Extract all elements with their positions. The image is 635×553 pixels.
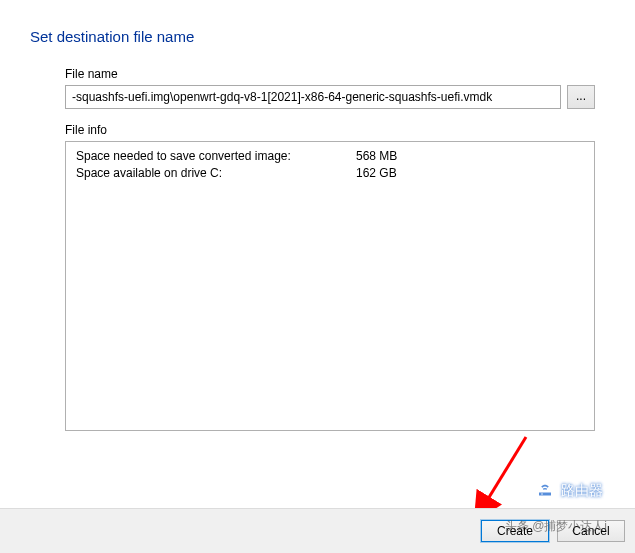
svg-line-0 — [480, 437, 526, 512]
watermark-brand: 路由器 — [533, 479, 603, 503]
router-icon — [533, 479, 557, 503]
space-needed-label: Space needed to save converted image: — [76, 148, 356, 165]
file-info-label: File info — [65, 123, 595, 137]
space-available-value: 162 GB — [356, 165, 397, 182]
cancel-button[interactable]: Cancel — [557, 520, 625, 542]
page-title: Set destination file name — [30, 28, 635, 45]
button-bar: Create Cancel — [0, 508, 635, 553]
watermark-brand-text: 路由器 — [561, 482, 603, 500]
file-name-input[interactable] — [65, 85, 561, 109]
create-button[interactable]: Create — [481, 520, 549, 542]
space-available-label: Space available on drive C: — [76, 165, 356, 182]
file-info-box: Space needed to save converted image: 56… — [65, 141, 595, 431]
file-name-row: ... — [65, 85, 595, 109]
file-name-label: File name — [65, 67, 595, 81]
browse-button[interactable]: ... — [567, 85, 595, 109]
svg-point-1 — [541, 493, 543, 495]
space-needed-value: 568 MB — [356, 148, 397, 165]
